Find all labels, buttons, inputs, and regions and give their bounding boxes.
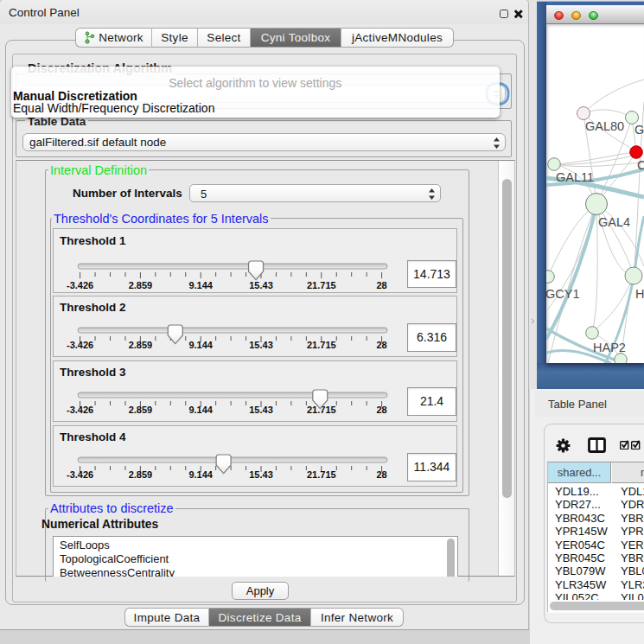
svg-text:2.859: 2.859 xyxy=(129,405,153,415)
svg-text:-3.426: -3.426 xyxy=(67,280,93,290)
svg-text:9.144: 9.144 xyxy=(188,405,213,415)
svg-text:GAL4: GAL4 xyxy=(598,215,630,229)
svg-text:9.144: 9.144 xyxy=(188,340,213,350)
svg-text:28: 28 xyxy=(376,405,386,415)
svg-text:2.859: 2.859 xyxy=(129,280,153,290)
svg-text:21.715: 21.715 xyxy=(307,340,336,350)
svg-text:G: G xyxy=(634,123,644,137)
svg-text:15.43: 15.43 xyxy=(249,469,273,480)
svg-text:HAP2: HAP2 xyxy=(593,341,626,354)
svg-text:GAL11: GAL11 xyxy=(556,170,594,184)
svg-text:H: H xyxy=(635,287,644,301)
svg-text:28: 28 xyxy=(376,340,386,350)
svg-text:28: 28 xyxy=(376,469,386,480)
svg-text:21.715: 21.715 xyxy=(307,469,336,480)
svg-text:2.859: 2.859 xyxy=(129,340,153,350)
svg-text:9.144: 9.144 xyxy=(188,469,213,480)
svg-text:-3.426: -3.426 xyxy=(67,405,93,415)
svg-text:9.144: 9.144 xyxy=(188,280,213,290)
svg-text:15.43: 15.43 xyxy=(249,405,273,415)
svg-text:-3.426: -3.426 xyxy=(67,340,93,350)
svg-text:15.43: 15.43 xyxy=(249,340,273,350)
svg-text:21.715: 21.715 xyxy=(307,280,336,290)
svg-text:GAL80: GAL80 xyxy=(585,119,624,133)
svg-text:C: C xyxy=(637,158,644,172)
svg-text:28: 28 xyxy=(376,280,386,290)
svg-text:2.859: 2.859 xyxy=(129,469,153,480)
svg-text:15.43: 15.43 xyxy=(249,280,273,290)
svg-text:-3.426: -3.426 xyxy=(67,469,93,480)
svg-text:GCY1: GCY1 xyxy=(546,287,580,301)
